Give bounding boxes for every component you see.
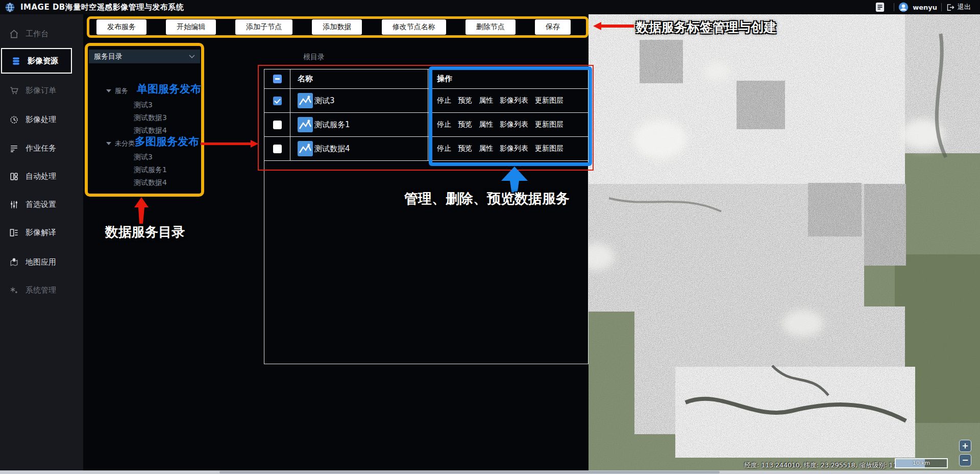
start-edit-button[interactable]: 开始编辑 bbox=[166, 19, 216, 35]
column-header-name: 名称 bbox=[290, 69, 428, 88]
service-name: 测试服务1 bbox=[314, 120, 350, 130]
action-update-layer[interactable]: 更新图层 bbox=[535, 96, 564, 105]
action-preview[interactable]: 预览 bbox=[458, 120, 472, 129]
divider bbox=[941, 3, 942, 11]
app-root: 经度: 113.244010, 纬度: 23.295518, 缩放级别: 11 … bbox=[0, 0, 980, 474]
tree-group-service[interactable]: 服务 bbox=[106, 85, 128, 97]
tree-node[interactable]: 测试服务1 bbox=[134, 165, 167, 175]
action-image-list[interactable]: 影像列表 bbox=[500, 120, 528, 129]
user-menu[interactable]: wenyu bbox=[898, 2, 937, 12]
action-properties[interactable]: 属性 bbox=[479, 120, 493, 129]
rename-node-button[interactable]: 修改节点名称 bbox=[382, 19, 446, 35]
layer-image-icon bbox=[298, 93, 313, 108]
sidebar-item-label: 影像资源 bbox=[28, 56, 58, 66]
tree-node[interactable]: 测试数据4 bbox=[134, 178, 167, 187]
select-all-checkbox[interactable] bbox=[273, 75, 282, 83]
sidebar-item-image-processing[interactable]: 影像处理 bbox=[0, 109, 83, 130]
tree-group-label: 未分类 bbox=[115, 139, 135, 148]
sidebar: 工作台 影像资源 影像订单 影像处理 作业任务 自动处理 首选设置 影像解译 bbox=[0, 14, 83, 470]
service-catalog-title: 服务目录 bbox=[94, 52, 122, 61]
action-image-list[interactable]: 影像列表 bbox=[500, 96, 528, 105]
action-stop[interactable]: 停止 bbox=[437, 120, 451, 129]
journal-icon[interactable] bbox=[875, 2, 885, 12]
action-stop[interactable]: 停止 bbox=[437, 144, 451, 153]
logout-label: 退出 bbox=[958, 3, 971, 12]
map-scale-label: 10 km bbox=[896, 460, 947, 466]
action-preview[interactable]: 预览 bbox=[458, 144, 472, 153]
logout-icon bbox=[946, 3, 954, 12]
caret-down-icon bbox=[106, 142, 111, 145]
avatar bbox=[898, 2, 909, 12]
action-update-layer[interactable]: 更新图层 bbox=[535, 144, 564, 153]
service-name: 测试数据4 bbox=[314, 144, 350, 154]
map-pin-icon bbox=[9, 257, 19, 267]
map-scale-bar: 10 km bbox=[895, 458, 948, 468]
sidebar-item-preferences[interactable]: 首选设置 bbox=[0, 194, 83, 215]
globe-logo-icon bbox=[5, 2, 15, 13]
action-update-layer[interactable]: 更新图层 bbox=[535, 120, 564, 129]
action-properties[interactable]: 属性 bbox=[479, 96, 493, 105]
sidebar-item-workbench[interactable]: 工作台 bbox=[0, 23, 83, 44]
action-image-list[interactable]: 影像列表 bbox=[500, 144, 528, 153]
logout-button[interactable]: 退出 bbox=[946, 3, 971, 12]
home-icon bbox=[9, 29, 19, 39]
app-title: IMAGE DB海量时空遥感影像管理与发布系统 bbox=[20, 3, 184, 12]
sidebar-item-label: 工作台 bbox=[26, 29, 48, 39]
scrollbar-thumb[interactable] bbox=[219, 471, 720, 473]
zoom-in-button[interactable]: + bbox=[959, 440, 971, 452]
table-row[interactable]: 测试数据4 停止 预览 属性 影像列表 更新图层 bbox=[264, 137, 588, 161]
column-header-actions: 操作 bbox=[428, 69, 588, 88]
sidebar-item-job-tasks[interactable]: 作业任务 bbox=[0, 138, 83, 158]
root-directory-label: 根目录 bbox=[303, 53, 325, 62]
gears-icon bbox=[9, 286, 19, 295]
tree-node[interactable]: 测试3 bbox=[134, 153, 153, 162]
sidebar-item-auto-processing[interactable]: 自动处理 bbox=[0, 166, 83, 186]
save-button[interactable]: 保存 bbox=[535, 19, 571, 35]
sidebar-item-image-resources[interactable]: 影像资源 bbox=[1, 48, 72, 74]
action-properties[interactable]: 属性 bbox=[479, 144, 493, 153]
tree-group-label: 服务 bbox=[115, 86, 128, 96]
sidebar-item-map-application[interactable]: 地图应用 bbox=[0, 252, 83, 272]
horizontal-scrollbar[interactable] bbox=[0, 470, 980, 474]
username: wenyu bbox=[913, 4, 937, 11]
tree-group-uncategorized[interactable]: 未分类 bbox=[106, 138, 135, 149]
tree-node[interactable]: 测试数据3 bbox=[134, 113, 167, 123]
single-image-service-note: 单图服务发布 bbox=[137, 82, 201, 96]
satellite-imagery bbox=[589, 14, 980, 470]
sidebar-item-label: 作业任务 bbox=[26, 144, 56, 153]
interpretation-icon bbox=[9, 228, 19, 238]
service-catalog-header[interactable]: 服务目录 bbox=[89, 50, 200, 63]
sidebar-item-label: 影像解译 bbox=[26, 228, 56, 238]
layer-image-icon bbox=[298, 141, 313, 156]
sidebar-item-image-interpretation[interactable]: 影像解译 bbox=[0, 222, 83, 243]
divider bbox=[894, 3, 894, 11]
tree-node[interactable]: 测试3 bbox=[134, 101, 153, 110]
service-toolbar: 发布服务 开始编辑 添加子节点 添加数据 修改节点名称 删除节点 保存 bbox=[87, 16, 589, 38]
add-data-button[interactable]: 添加数据 bbox=[312, 19, 362, 35]
sidebar-item-label: 系统管理 bbox=[26, 286, 56, 295]
processing-clock-icon bbox=[9, 115, 19, 125]
table-header-checkbox-cell bbox=[264, 69, 290, 88]
table-row[interactable]: 测试服务1 停止 预览 属性 影像列表 更新图层 bbox=[264, 113, 588, 137]
add-child-node-button[interactable]: 添加子节点 bbox=[235, 19, 292, 35]
map-canvas[interactable]: 经度: 113.244010, 纬度: 23.295518, 缩放级别: 11 … bbox=[589, 14, 980, 470]
row-checkbox[interactable] bbox=[273, 145, 282, 153]
sidebar-item-system-management[interactable]: 系统管理 bbox=[0, 280, 83, 300]
sidebar-item-image-orders[interactable]: 影像订单 bbox=[0, 80, 83, 101]
zoom-out-button[interactable]: − bbox=[959, 454, 971, 466]
map-status-readout: 经度: 113.244010, 纬度: 23.295518, 缩放级别: 11 bbox=[744, 461, 897, 470]
sidebar-item-label: 首选设置 bbox=[26, 200, 56, 209]
map-zoom-controls: + − bbox=[959, 440, 971, 466]
row-checkbox[interactable] bbox=[273, 121, 282, 129]
table-row[interactable]: 测试3 停止 预览 属性 影像列表 更新图层 bbox=[264, 89, 588, 113]
toolbar-annotation: 数据服务标签管理与创建 bbox=[636, 19, 776, 36]
sidebar-item-label: 影像处理 bbox=[26, 115, 56, 125]
service-name: 测试3 bbox=[314, 96, 335, 106]
delete-node-button[interactable]: 删除节点 bbox=[465, 19, 516, 35]
action-stop[interactable]: 停止 bbox=[437, 96, 451, 105]
publish-service-button[interactable]: 发布服务 bbox=[96, 19, 146, 35]
catalog-annotation: 数据服务目录 bbox=[105, 223, 185, 241]
action-preview[interactable]: 预览 bbox=[458, 96, 472, 105]
layout-blocks-icon bbox=[9, 172, 19, 181]
row-checkbox[interactable] bbox=[273, 97, 282, 105]
